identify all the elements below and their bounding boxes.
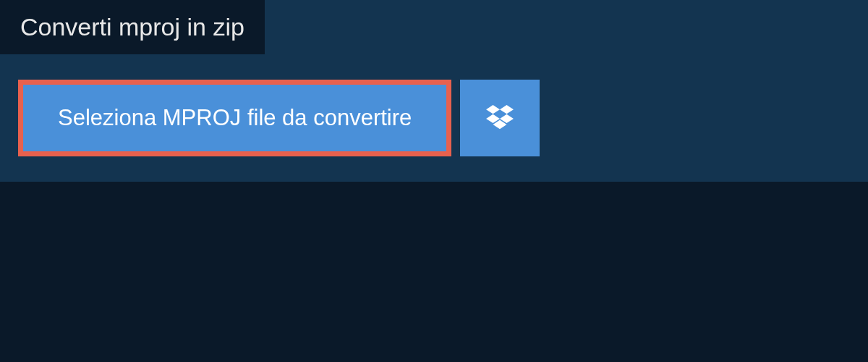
converter-panel: Converti mproj in zip Seleziona MPROJ fi… [0, 0, 868, 182]
select-file-button[interactable]: Seleziona MPROJ file da convertire [18, 80, 451, 156]
tab-title: Converti mproj in zip [0, 0, 265, 54]
dropbox-button[interactable] [460, 80, 540, 156]
content-area: Seleziona MPROJ file da convertire [0, 54, 868, 182]
dropbox-icon [486, 105, 514, 131]
tab-title-text: Converti mproj in zip [20, 13, 244, 41]
select-file-label: Seleziona MPROJ file da convertire [58, 105, 412, 131]
button-row: Seleziona MPROJ file da convertire [18, 80, 850, 156]
